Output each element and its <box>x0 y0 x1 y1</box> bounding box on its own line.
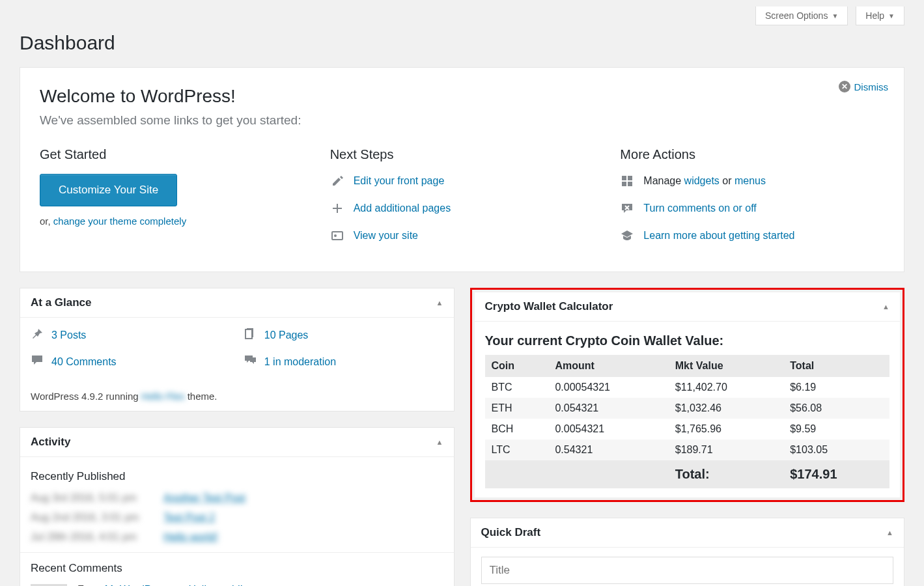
cell-mkt: $1,765.96 <box>669 419 783 440</box>
welcome-subtitle: We've assembled some links to get you st… <box>40 113 884 128</box>
table-row: BTC0.00054321$11,402.70$6.19 <box>485 377 890 398</box>
table-row: LTC0.54321$189.71$103.05 <box>485 440 890 460</box>
screen-options-tab[interactable]: Screen Options ▼ <box>755 7 848 25</box>
learn-more-link[interactable]: Learn more about getting started <box>643 230 794 242</box>
collapse-toggle[interactable]: ▲ <box>882 303 889 311</box>
activity-item-date: Jul 29th 2016, 4:01 pm <box>31 531 148 543</box>
recent-comments-heading: Recent Comments <box>31 562 443 575</box>
pages-icon <box>244 327 258 343</box>
svg-rect-7 <box>245 329 252 339</box>
collapse-toggle[interactable]: ▲ <box>436 299 443 307</box>
pages-count-link[interactable]: 10 Pages <box>264 329 309 341</box>
crypto-wallet-box: Crypto Wallet Calculator ▲ Your current … <box>475 292 901 497</box>
menus-link[interactable]: menus <box>735 175 766 186</box>
cell-amount: 0.0054321 <box>548 419 668 440</box>
activity-item-link[interactable]: Another Test Post <box>163 492 245 504</box>
collapse-toggle[interactable]: ▲ <box>436 438 443 446</box>
cell-amount: 0.00054321 <box>548 377 668 398</box>
crypto-box-title: Crypto Wallet Calculator <box>485 300 613 313</box>
cell-total: $103.05 <box>783 440 889 460</box>
cell-coin: LTC <box>485 440 549 460</box>
welcome-title: Welcome to WordPress! <box>40 86 884 107</box>
welcome-panel: ✕ Dismiss Welcome to WordPress! We've as… <box>20 67 904 272</box>
svg-rect-2 <box>622 176 626 180</box>
edit-icon <box>330 174 344 188</box>
widgets-link[interactable]: widgets <box>684 175 720 186</box>
theme-name-link[interactable]: Hello Flex <box>141 391 185 402</box>
cell-coin: ETH <box>485 398 549 419</box>
svg-rect-5 <box>628 182 632 186</box>
customize-site-button[interactable]: Customize Your Site <box>40 174 177 206</box>
cell-amount: 0.054321 <box>548 398 668 419</box>
moderation-link[interactable]: 1 in moderation <box>264 356 336 368</box>
cell-total: $6.19 <box>783 377 889 398</box>
edit-front-page-link[interactable]: Edit your front page <box>354 175 445 187</box>
svg-point-1 <box>334 234 337 237</box>
widgets-icon <box>620 174 634 188</box>
svg-rect-4 <box>622 182 626 186</box>
activity-item-date: Aug 2nd 2016, 3:01 pm <box>31 512 148 523</box>
activity-item-date: Aug 3rd 2016, 5:01 pm <box>31 492 148 504</box>
cell-mkt: $1,032.46 <box>669 398 783 419</box>
screen-options-label: Screen Options <box>765 10 828 21</box>
pushpin-icon <box>31 327 45 343</box>
comment-icon <box>31 354 45 370</box>
view-site-icon <box>330 229 344 243</box>
activity-box: Activity ▲ Recently Published Aug 3rd 20… <box>20 427 455 586</box>
table-row: ETH0.054321$1,032.46$56.08 <box>485 398 890 419</box>
chevron-down-icon: ▼ <box>888 12 895 20</box>
collapse-toggle[interactable]: ▲ <box>886 529 893 537</box>
close-icon: ✕ <box>839 81 850 92</box>
help-label: Help <box>865 10 884 21</box>
at-a-glance-title: At a Glance <box>31 296 92 309</box>
welcome-col-more-actions: More Actions Manage widgets or menus <box>620 147 884 256</box>
crypto-wallet-table: Coin Amount Mkt Value Total BTC0.0005432… <box>485 355 890 488</box>
graduation-cap-icon <box>620 229 634 243</box>
wallet-total-value: $174.91 <box>783 460 889 488</box>
crypto-highlight-frame: Crypto Wallet Calculator ▲ Your current … <box>470 288 905 502</box>
comments-toggle-link[interactable]: Turn comments on or off <box>643 202 756 214</box>
activity-item-link[interactable]: Test Post 2 <box>163 512 215 523</box>
activity-item: Aug 2nd 2016, 3:01 pmTest Post 2 <box>31 512 443 523</box>
cell-mkt: $11,402.70 <box>669 377 783 398</box>
cell-coin: BCH <box>485 419 549 440</box>
cell-total: $9.59 <box>783 419 889 440</box>
svg-rect-3 <box>628 176 632 180</box>
posts-count-link[interactable]: 3 Posts <box>51 329 86 341</box>
dismiss-label: Dismiss <box>854 81 889 92</box>
get-started-heading: Get Started <box>40 147 304 162</box>
next-steps-heading: Next Steps <box>330 147 595 162</box>
activity-title: Activity <box>31 436 70 449</box>
moderation-icon <box>244 354 258 370</box>
wordpress-version-text: WordPress 4.9.2 running Hello Flex theme… <box>31 391 443 402</box>
svg-rect-0 <box>332 232 343 240</box>
th-amount: Amount <box>548 355 668 377</box>
page-title: Dashboard <box>20 32 904 54</box>
cell-mkt: $189.71 <box>669 440 783 460</box>
recently-published-heading: Recently Published <box>31 470 443 483</box>
crypto-subheading: Your current Crypto Coin Wallet Value: <box>485 333 890 348</box>
manage-widgets-text: Manage widgets or menus <box>643 175 766 187</box>
wallet-total-label: Total: <box>669 460 783 488</box>
comments-count-link[interactable]: 40 Comments <box>51 356 117 368</box>
th-total: Total <box>783 355 889 377</box>
view-site-link[interactable]: View your site <box>354 230 418 242</box>
table-row: BCH0.0054321$1,765.96$9.59 <box>485 419 890 440</box>
help-tab[interactable]: Help ▼ <box>856 7 904 25</box>
quick-draft-title-input[interactable] <box>481 557 894 584</box>
th-mkt: Mkt Value <box>669 355 783 377</box>
cell-amount: 0.54321 <box>548 440 668 460</box>
or-change-theme-line: or, change your theme completely <box>40 216 304 227</box>
activity-item: Aug 3rd 2016, 5:01 pmAnother Test Post <box>31 492 443 504</box>
change-theme-link[interactable]: change your theme completely <box>53 216 186 227</box>
cell-coin: BTC <box>485 377 549 398</box>
activity-item-link[interactable]: Hello world! <box>163 531 218 543</box>
dismiss-welcome-button[interactable]: ✕ Dismiss <box>839 81 889 92</box>
th-coin: Coin <box>485 355 549 377</box>
quick-draft-title: Quick Draft <box>481 526 541 539</box>
divider <box>20 552 454 553</box>
activity-item: Jul 29th 2016, 4:01 pmHello world! <box>31 531 443 543</box>
welcome-col-next-steps: Next Steps Edit your front page Add addi… <box>330 147 595 256</box>
add-pages-link[interactable]: Add additional pages <box>354 202 451 214</box>
more-actions-heading: More Actions <box>620 147 884 162</box>
